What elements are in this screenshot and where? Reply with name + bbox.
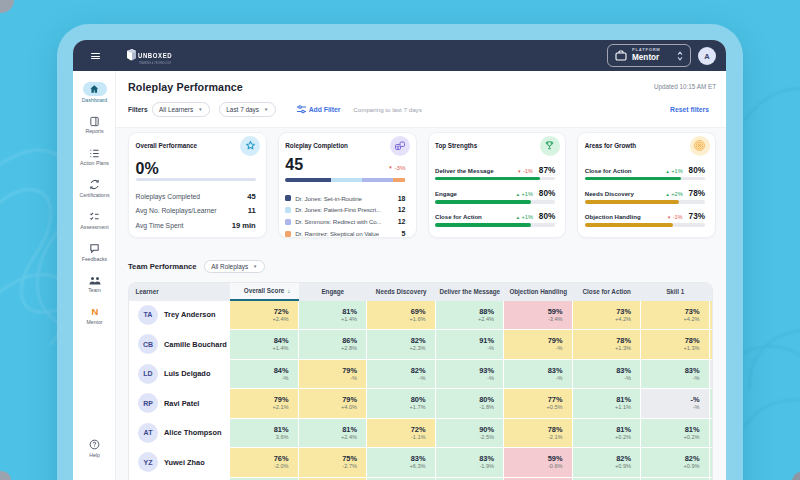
svg-text:N: N — [91, 306, 98, 317]
